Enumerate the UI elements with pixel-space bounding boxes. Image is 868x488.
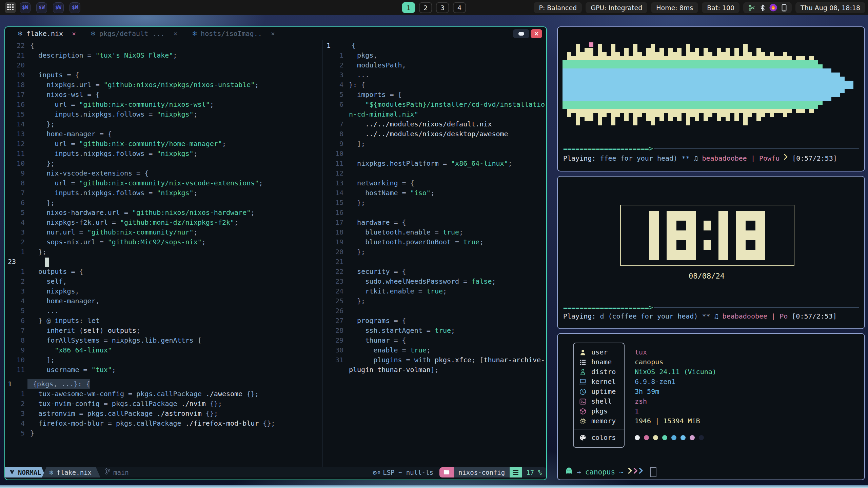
tag-3[interactable]: 3 <box>436 2 449 13</box>
code-line[interactable]: 27 programs = { <box>324 316 546 326</box>
code-line[interactable]: 20 }; <box>324 247 546 257</box>
tag-2[interactable]: 2 <box>419 2 432 13</box>
code-line[interactable]: 4}: { <box>324 80 546 90</box>
close-window-button[interactable]: × <box>531 29 542 38</box>
code-line[interactable]: 30 enable = true; <box>324 345 546 355</box>
code-line[interactable]: 11 nixpkgs.hostPlatform = "x86_64-linux"… <box>324 159 546 168</box>
code-line[interactable]: 23 <box>5 257 317 267</box>
code-line[interactable]: 5 nixos-hardware.url = "github:nixos/nix… <box>5 208 317 218</box>
code-line[interactable]: 6 } @ inputs: let <box>5 316 317 326</box>
pane-separator-vertical[interactable] <box>322 40 323 467</box>
code-line[interactable]: 1 tux-awesome-wm-config = pkgs.callPacka… <box>5 389 317 399</box>
code-line[interactable]: 16 url = "github:nix-community/nixos-wsl… <box>5 100 317 109</box>
code-line[interactable]: 15 }; <box>324 198 546 208</box>
code-line[interactable]: 8 forAllSystems = nixpkgs.lib.genAttrs [ <box>5 336 317 345</box>
code-pane-flake[interactable]: 22{21 description = "tux's NixOS Flake";… <box>5 41 317 375</box>
code-line[interactable]: 8 url = "github:nix-community/nix-vscode… <box>5 178 317 188</box>
code-line[interactable]: 6 }; <box>5 198 317 208</box>
code-line[interactable]: 7 inherit (self) outputs; <box>5 326 317 336</box>
code-line[interactable]: 3 astronvim = pkgs.callPackage ./astronv… <box>5 409 317 419</box>
code-pane-iso[interactable]: 1{1 pkgs,2 modulesPath,3 ...4}: {5 impor… <box>324 41 546 375</box>
code-line[interactable]: 4 home-manager, <box>5 296 317 306</box>
code-line[interactable]: 1{ <box>324 41 546 50</box>
phone-icon[interactable] <box>782 4 787 12</box>
code-line[interactable]: 11 inputs.nixpkgs.follows = "nixpkgs"; <box>5 149 317 159</box>
code-line[interactable]: 17 nixos-wsl = { <box>5 90 317 100</box>
code-line[interactable]: 18 nixpkgs.url = "github:nixos/nixpkgs/n… <box>5 80 317 90</box>
code-line[interactable]: 1{pkgs, ...}: { <box>5 379 317 389</box>
code-line[interactable]: 28 ssh.startAgent = true; <box>324 326 546 336</box>
code-line[interactable]: 9 nix-vscode-extensions = { <box>5 168 317 178</box>
code-line[interactable]: 13 networking = { <box>324 178 546 188</box>
code-line[interactable]: 19 inputs = { <box>5 70 317 80</box>
workspace-icon[interactable]: $W <box>36 2 47 13</box>
tag-1[interactable]: 1 <box>402 2 415 13</box>
code-line[interactable]: 10 ]; <box>5 355 317 365</box>
code-line[interactable]: 31 plugins = with pkgs.xfce; [thunar-arc… <box>324 355 546 365</box>
code-pane-pkgs[interactable]: 1{pkgs, ...}: {1 tux-awesome-wm-config =… <box>5 379 317 438</box>
code-line[interactable]: 13 home-manager = { <box>5 129 317 139</box>
code-line[interactable]: 14 hostName = "iso"; <box>324 188 546 198</box>
code-line[interactable]: 3 ... <box>324 70 546 80</box>
workspace-icon[interactable]: $W <box>53 2 64 13</box>
tab-hosts-isoImag..[interactable]: ❄hosts/isoImag..× <box>192 29 275 38</box>
tab-flake.nix[interactable]: ❄flake.nix× <box>18 29 76 38</box>
tab-close-icon[interactable]: × <box>271 29 275 38</box>
code-line[interactable]: 5} <box>5 428 317 438</box>
code-line[interactable]: 20 <box>5 60 317 70</box>
code-line[interactable]: 5 ... <box>5 306 317 316</box>
launcher-button[interactable] <box>5 2 16 13</box>
code-line[interactable]: 25 }; <box>324 296 546 306</box>
code-line[interactable]: 16 <box>324 208 546 218</box>
workspace-icon[interactable]: $W <box>70 2 80 13</box>
code-line[interactable]: 4 nixpkgs-f2k.url = "github:moni-dz/nixp… <box>5 218 317 227</box>
code-line[interactable]: 22 security = { <box>324 267 546 277</box>
pane-separator-horizontal[interactable] <box>5 377 317 377</box>
code-line[interactable]: 10 }; <box>5 159 317 168</box>
code-line[interactable]: 5 imports = [ <box>324 90 546 100</box>
tab-close-icon[interactable]: × <box>72 29 76 38</box>
code-line[interactable]: 2 tux-nvim-config = pkgs.callPackage ./n… <box>5 399 317 409</box>
tab-close-icon[interactable]: × <box>173 29 177 38</box>
project-chip[interactable] <box>439 467 454 477</box>
code-line[interactable]: 1 pkgs, <box>324 50 546 60</box>
shell-prompt[interactable]: → canopus ~ <box>565 467 656 477</box>
toggle-button[interactable] <box>513 29 529 38</box>
code-line[interactable]: 24 rtkit.enable = true; <box>324 286 546 296</box>
code-line[interactable]: 2 sops-nix.url = "github:Mic92/sops-nix"… <box>5 237 317 247</box>
code-line[interactable]: 3 nur.url = "github:nix-community/nur"; <box>5 227 317 237</box>
code-line[interactable]: 12 <box>324 168 546 178</box>
bluetooth-icon[interactable] <box>760 4 765 12</box>
flame-icon[interactable] <box>769 4 777 12</box>
code-line[interactable]: 26 <box>324 306 546 316</box>
tab-pkgs-default-...[interactable]: ❄pkgs/default ...× <box>91 29 177 38</box>
code-line[interactable]: n-cd-minimal.nix" <box>324 109 546 119</box>
code-line[interactable]: 23 sudo.wheelNeedsPassword = false; <box>324 277 546 286</box>
code-line[interactable]: 7 inputs.nixpkgs.follows = "nixpkgs"; <box>5 188 317 198</box>
code-line[interactable]: 2 self, <box>5 277 317 286</box>
code-line[interactable]: 3 nixpkgs, <box>5 286 317 296</box>
code-line[interactable]: 12 url = "github:nix-community/home-mana… <box>5 139 317 149</box>
code-line[interactable]: 9 "x86_64-linux" <box>5 345 317 355</box>
code-line[interactable]: 15 inputs.nixpkgs.follows = "nixpkgs"; <box>5 109 317 119</box>
code-line[interactable]: 11 username = "tux"; <box>5 365 317 375</box>
code-line[interactable]: 7 ../../modules/nixos/default.nix <box>324 119 546 129</box>
code-line[interactable]: 1 outputs = { <box>5 267 317 277</box>
code-line[interactable]: 4 firefox-mod-blur = pkgs.callPackage ./… <box>5 419 317 428</box>
code-line[interactable]: 14 }; <box>5 119 317 129</box>
workspace-icon[interactable]: $W <box>20 2 31 13</box>
code-line[interactable]: 10 <box>324 149 546 159</box>
code-line[interactable]: 17 hardware = { <box>324 218 546 227</box>
code-line[interactable]: 2 modulesPath, <box>324 60 546 70</box>
code-line[interactable]: 9 ]; <box>324 139 546 149</box>
code-line[interactable]: 29 thunar = { <box>324 336 546 345</box>
code-line[interactable]: 21 <box>324 257 546 267</box>
code-line[interactable]: 22{ <box>5 41 317 50</box>
tag-4[interactable]: 4 <box>453 2 466 13</box>
code-line[interactable]: plugin thunar-volman]; <box>324 365 546 375</box>
code-line[interactable]: 8 ../../modules/nixos/desktop/awesome <box>324 129 546 139</box>
code-line[interactable]: 6 "${modulesPath}/installer/cd-dvd/insta… <box>324 100 546 109</box>
code-line[interactable]: 18 bluetooth.enable = true; <box>324 227 546 237</box>
code-line[interactable]: 19 bluetooth.powerOnBoot = true; <box>324 237 546 247</box>
scissors-icon[interactable] <box>748 4 756 12</box>
